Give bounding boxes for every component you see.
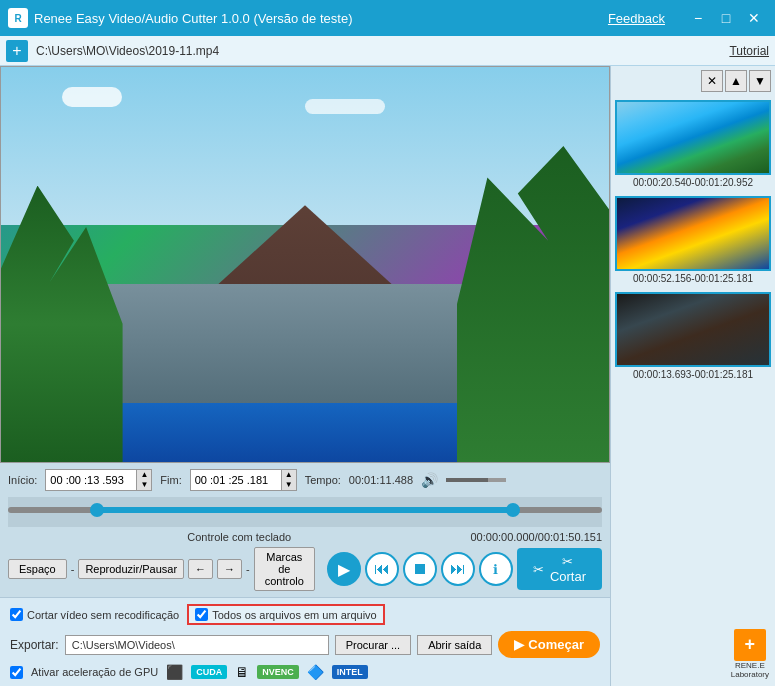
keyboard-row: Controle com teclado 00:00:00.000/00:01:… [8, 531, 602, 543]
close-button[interactable]: ✕ [741, 5, 767, 31]
add-file-button[interactable]: + [6, 40, 28, 62]
clip-item-1[interactable]: 00:00:20.540-00:01:20.952 [615, 100, 771, 188]
start-time-up[interactable]: ▲ [137, 470, 151, 480]
app-title: Renee Easy Video/Audio Cutter 1.0.0 (Ver… [34, 11, 608, 26]
playback-controls: ▶ ⏮ ⏹ ⏭ ℹ [327, 552, 513, 586]
start-label: Início: [8, 474, 37, 486]
clip-list: 00:00:20.540-00:01:20.952 00:00:52.156-0… [611, 96, 775, 686]
intel-icon: 🔷 [307, 664, 324, 680]
left-panel: Início: ▲ ▼ Fim: ▲ [0, 66, 610, 686]
frame-back-button[interactable]: ⏮ [365, 552, 399, 586]
browse-button[interactable]: Procurar ... [335, 635, 411, 655]
timeline-handle-right[interactable] [506, 503, 520, 517]
time-row: Início: ▲ ▼ Fim: ▲ [8, 469, 602, 491]
separator-dash2: - [246, 563, 250, 575]
end-time-input[interactable]: ▲ ▼ [190, 469, 297, 491]
buttons-row: Espaço - Reproduzir/Pausar ← → - Marcas … [8, 547, 602, 591]
clip-time-1: 00:00:20.540-00:01:20.952 [615, 177, 771, 188]
clip-thumb-1 [615, 100, 771, 175]
logo-area: + RENE.ELaboratory [731, 629, 769, 680]
controls-area: Início: ▲ ▼ Fim: ▲ [0, 463, 610, 597]
export-label: Exportar: [10, 638, 59, 652]
keyboard-label: Controle com teclado [8, 531, 470, 543]
marks-button[interactable]: Marcas de controlo [254, 547, 315, 591]
cut-no-recode-checkbox[interactable] [10, 608, 23, 621]
start-label: Começar [528, 637, 584, 652]
clip-item-2[interactable]: 00:00:52.156-00:01:25.181 [615, 196, 771, 284]
remove-clip-button[interactable]: ✕ [701, 70, 723, 92]
clip-time-3: 00:00:13.693-00:01:25.181 [615, 369, 771, 380]
all-in-one-checkbox[interactable] [195, 608, 208, 621]
feedback-link[interactable]: Feedback [608, 11, 665, 26]
export-path-field[interactable] [65, 635, 329, 655]
window-controls: − □ ✕ [685, 5, 767, 31]
cuda-badge: CUDA [191, 665, 227, 679]
space-button[interactable]: Espaço [8, 559, 67, 579]
tutorial-link[interactable]: Tutorial [729, 44, 769, 58]
start-time-input[interactable]: ▲ ▼ [45, 469, 152, 491]
info-button[interactable]: ℹ [479, 552, 513, 586]
clip-thumb-2 [615, 196, 771, 271]
volume-slider[interactable] [446, 478, 506, 482]
logo-text: RENE.ELaboratory [731, 661, 769, 680]
checkbox-row: Cortar vídeo sem recodificação Todos os … [10, 604, 600, 625]
start-icon: ▶ [514, 637, 524, 652]
timeline[interactable] [8, 497, 602, 527]
start-time-spin: ▲ ▼ [136, 470, 151, 490]
end-time-spin: ▲ ▼ [281, 470, 296, 490]
file-path: C:\Users\MO\Videos\2019-11.mp4 [36, 44, 729, 58]
end-time-field[interactable] [191, 472, 281, 488]
all-in-one-group: Todos os arquivos em um arquivo [187, 604, 384, 625]
move-down-button[interactable]: ▼ [749, 70, 771, 92]
clip-time-2: 00:00:52.156-00:01:25.181 [615, 273, 771, 284]
video-preview [0, 66, 610, 463]
video-thumbnail [1, 67, 609, 462]
stop-button[interactable]: ⏹ [403, 552, 437, 586]
arrow-left-button[interactable]: ← [188, 559, 213, 579]
frame-forward-button[interactable]: ⏭ [441, 552, 475, 586]
timeline-handle-left[interactable] [90, 503, 104, 517]
minimize-button[interactable]: − [685, 5, 711, 31]
nvenc-icon: 🖥 [235, 664, 249, 680]
start-button[interactable]: ▶ Começar [498, 631, 600, 658]
end-time-up[interactable]: ▲ [282, 470, 296, 480]
duration-label: Tempo: [305, 474, 341, 486]
start-time-field[interactable] [46, 472, 136, 488]
end-time-down[interactable]: ▼ [282, 480, 296, 490]
right-panel: ✕ ▲ ▼ 00:00:20.540-00:01:20.952 [610, 66, 775, 686]
gpu-chip-icon: ⬛ [166, 664, 183, 680]
duration-value: 00:01:11.488 [349, 474, 413, 486]
end-label: Fim: [160, 474, 181, 486]
cut-no-recode-label: Cortar vídeo sem recodificação [27, 609, 179, 621]
separator-dash: - [71, 563, 75, 575]
intel-badge: INTEL [332, 665, 368, 679]
start-time-down[interactable]: ▼ [137, 480, 151, 490]
toolbar: + C:\Users\MO\Videos\2019-11.mp4 Tutoria… [0, 36, 775, 66]
clip-item-3[interactable]: 00:00:13.693-00:01:25.181 [615, 292, 771, 380]
maximize-button[interactable]: □ [713, 5, 739, 31]
gpu-label: Ativar aceleração de GPU [31, 666, 158, 678]
cut-label: ✂Cortar [550, 554, 586, 584]
volume-icon[interactable]: 🔊 [421, 472, 438, 488]
logo-plus-icon: + [734, 629, 766, 661]
time-display: 00:00:00.000/00:01:50.151 [470, 531, 602, 543]
clip-thumb-3 [615, 292, 771, 367]
arrow-right-button[interactable]: → [217, 559, 242, 579]
timeline-range [97, 507, 513, 513]
play-pause-button[interactable]: Reproduzir/Pausar [78, 559, 184, 579]
move-up-button[interactable]: ▲ [725, 70, 747, 92]
app-icon: R [8, 8, 28, 28]
volume-fill [446, 478, 488, 482]
nvenc-badge: NVENC [257, 665, 299, 679]
gpu-row: Ativar aceleração de GPU ⬛ CUDA 🖥 NVENC … [10, 664, 600, 680]
gpu-checkbox[interactable] [10, 666, 23, 679]
app-window: R Renee Easy Video/Audio Cutter 1.0.0 (V… [0, 0, 775, 686]
all-in-one-label: Todos os arquivos em um arquivo [212, 609, 376, 621]
right-panel-toolbar: ✕ ▲ ▼ [611, 66, 775, 96]
cut-no-recode-group: Cortar vídeo sem recodificação [10, 608, 179, 621]
title-bar: R Renee Easy Video/Audio Cutter 1.0.0 (V… [0, 0, 775, 36]
export-row: Exportar: Procurar ... Abrir saída ▶ Com… [10, 631, 600, 658]
play-button[interactable]: ▶ [327, 552, 361, 586]
cut-button[interactable]: ✂ ✂Cortar [517, 548, 602, 590]
open-output-button[interactable]: Abrir saída [417, 635, 492, 655]
